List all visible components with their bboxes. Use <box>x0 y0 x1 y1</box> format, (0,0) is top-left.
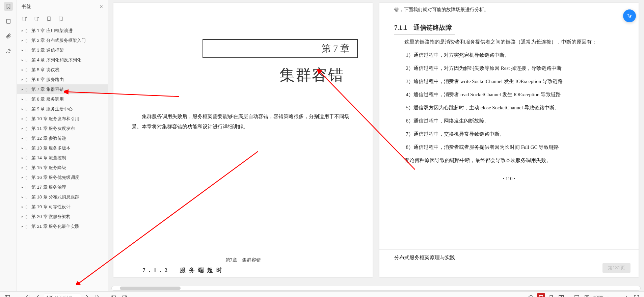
page-icon: ▯ <box>25 146 30 151</box>
bookmark-item[interactable]: ▸▯第 7 章 集群容错 <box>17 84 108 94</box>
bookmark-label: 第 19 章 可靠性设计 <box>31 204 71 210</box>
expand-icon[interactable]: ▸ <box>22 48 24 52</box>
rotate-left-icon[interactable] <box>110 293 118 297</box>
next-page-icon[interactable] <box>83 293 91 297</box>
single-page-icon[interactable] <box>547 293 555 297</box>
bookmark-item[interactable]: ▸▯第 16 章 服务优先级调度 <box>17 172 108 182</box>
eye-icon[interactable] <box>527 293 535 297</box>
fit-width-icon[interactable] <box>573 293 581 297</box>
svg-rect-13 <box>562 295 564 297</box>
bookmark-item[interactable]: ▸▯第 11 章 服务灰度发布 <box>17 124 108 133</box>
page-icon: ▯ <box>25 38 30 43</box>
expand-icon[interactable]: ▸ <box>22 185 24 189</box>
bookmark-item[interactable]: ▸▯第 3 章 通信框架 <box>17 45 108 55</box>
horizontal-scrollbar[interactable] <box>111 286 641 291</box>
fullscreen-icon[interactable] <box>633 293 641 297</box>
bookmark-item[interactable]: ▸▯第 1 章 应用框架演进 <box>17 26 108 35</box>
bookmark-item[interactable]: ▸▯第 19 章 可靠性设计 <box>17 202 108 212</box>
bookmark-item[interactable]: ▸▯第 12 章 参数传递 <box>17 133 108 143</box>
expand-icon[interactable]: ▸ <box>22 136 24 140</box>
bookmark-solid-icon[interactable] <box>46 16 52 23</box>
bookmark-item[interactable]: ▸▯第 20 章 微服务架构 <box>17 212 108 221</box>
bookmark-label: 第 11 章 服务灰度发布 <box>31 126 75 132</box>
expand-icon[interactable]: ▸ <box>22 176 24 179</box>
last-page-icon[interactable] <box>93 293 101 297</box>
bookmark-item[interactable]: ▸▯第 9 章 服务注册中心 <box>17 104 108 114</box>
expand-icon[interactable]: ▸ <box>22 107 24 111</box>
expand-icon[interactable]: ▸ <box>22 78 24 81</box>
add-bookmark-icon[interactable] <box>22 16 28 23</box>
bookmark-item[interactable]: ▸▯第 14 章 流量控制 <box>17 153 108 163</box>
page-header-left: 第7章 集群容错 <box>113 257 373 263</box>
zoom-out-icon[interactable] <box>612 293 620 297</box>
page-icon: ▯ <box>25 165 30 170</box>
bookmark-list: ▸▯第 1 章 应用框架演进▸▯第 2 章 分布式服务框架入门▸▯第 3 章 通… <box>17 25 108 291</box>
expand-icon[interactable]: ▸ <box>22 68 24 72</box>
expand-icon[interactable]: ▸ <box>22 166 24 169</box>
bookmark-item[interactable]: ▸▯第 18 章 分布式消息跟踪 <box>17 192 108 202</box>
bookmark-label: 第 6 章 服务路由 <box>31 77 64 83</box>
expand-icon[interactable]: ▸ <box>22 215 24 218</box>
page-current: 109 <box>46 295 54 297</box>
bookmark-label: 第 16 章 服务优先级调度 <box>31 174 79 181</box>
prev-page-icon[interactable] <box>34 293 42 297</box>
page-hint-tooltip: 第131页 <box>602 263 630 273</box>
section-712-heading: 7.1.2 服务端超时 <box>142 266 225 274</box>
read-mode-icon[interactable] <box>537 293 545 297</box>
expand-icon[interactable]: ▸ <box>22 38 24 42</box>
page-icon: ▯ <box>25 136 30 141</box>
zoom-in-icon[interactable] <box>622 293 630 297</box>
bookmark-item[interactable]: ▸▯第 6 章 服务路由 <box>17 75 108 84</box>
expand-icon[interactable]: ▸ <box>22 117 24 120</box>
bookmark-item[interactable]: ▸▯第 10 章 服务发布和引用 <box>17 114 108 124</box>
bookmark-label: 第 2 章 分布式服务框架入门 <box>31 37 86 44</box>
expand-icon[interactable]: ▸ <box>22 195 24 199</box>
expand-icon[interactable]: ▸ <box>22 29 24 32</box>
signature-icon[interactable] <box>4 47 13 55</box>
bookmark-label: 第 14 章 流量控制 <box>31 155 66 161</box>
attachments-icon[interactable] <box>4 32 13 40</box>
expand-icon[interactable]: ▸ <box>22 146 24 150</box>
bookmark-item[interactable]: ▸▯第 17 章 服务治理 <box>17 182 108 192</box>
bookmark-item[interactable]: ▸▯第 5 章 协议栈 <box>17 65 108 75</box>
zoom-dropdown-icon[interactable] <box>606 293 610 297</box>
document-viewport: 第 7 章 集群容错 集群服务调用失败后，服务框架需要能够在底层自动容错，容错策… <box>108 0 644 291</box>
vertical-toolbar <box>0 0 17 291</box>
expand-icon[interactable]: ▸ <box>22 97 24 101</box>
bookmark-item[interactable]: ▸▯第 15 章 服务降级 <box>17 163 108 172</box>
bookmark-item[interactable]: ▸▯第 21 章 服务化最佳实践 <box>17 221 108 231</box>
close-icon[interactable]: × <box>100 3 103 10</box>
bookmarks-icon[interactable] <box>4 2 13 11</box>
bookmark-label: 第 21 章 服务化最佳实践 <box>31 223 79 230</box>
expand-icon[interactable]: ▸ <box>22 127 24 130</box>
expand-icon[interactable]: ▸ <box>22 58 24 62</box>
translate-fab[interactable] <box>623 9 636 22</box>
bookmark-item[interactable]: ▸▯第 2 章 分布式服务框架入门 <box>17 35 108 45</box>
page-icon: ▯ <box>25 185 30 190</box>
bookmark-label: 第 8 章 服务调用 <box>31 96 64 102</box>
two-page-icon[interactable] <box>557 293 565 297</box>
expand-icon[interactable]: ▸ <box>22 224 24 228</box>
remove-bookmark-icon[interactable] <box>34 16 40 23</box>
expand-icon[interactable]: ▸ <box>22 87 24 91</box>
page-icon: ▯ <box>25 214 30 219</box>
page-total: (131/314) <box>55 295 72 297</box>
bookmark-item[interactable]: ▸▯第 13 章 服务多版本 <box>17 143 108 153</box>
rotate-right-icon[interactable] <box>120 293 128 297</box>
expand-icon[interactable]: ▸ <box>22 156 24 160</box>
svg-rect-2 <box>35 17 38 21</box>
first-page-icon[interactable] <box>24 293 32 297</box>
bookmark-label: 第 12 章 参数传递 <box>31 135 66 141</box>
bookmark-item[interactable]: ▸▯第 8 章 服务调用 <box>17 94 108 104</box>
page-input[interactable]: 109 (131/314) <box>44 294 81 297</box>
panel-toggle-icon[interactable] <box>3 293 11 297</box>
page-icon: ▯ <box>25 28 30 33</box>
expand-icon[interactable]: ▸ <box>22 205 24 209</box>
chapter-intro: 集群服务调用失败后，服务框架需要能够在底层自动容错，容错策略很多，分别适用于不同… <box>128 111 358 132</box>
pages-icon[interactable] <box>4 17 13 26</box>
bookmark-item[interactable]: ▸▯第 4 章 序列化和反序列化 <box>17 55 108 65</box>
status-bar: 109 (131/314) 100% <box>0 291 644 297</box>
bookmark-outline-icon[interactable] <box>58 16 64 23</box>
fit-page-icon[interactable] <box>583 293 591 297</box>
svg-rect-11 <box>550 295 553 297</box>
